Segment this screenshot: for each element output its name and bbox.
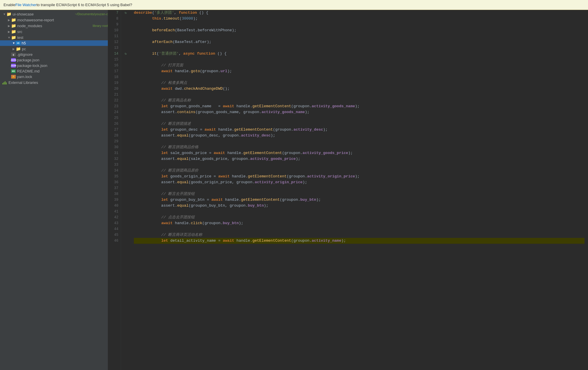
gutter-empty-24 — [121, 109, 130, 115]
folder-open-icon: 📁 — [6, 12, 11, 16]
code-line-10: beforeEach(BaseTest.beforeWithPhone); — [134, 27, 584, 33]
line-num-31: 31 — [109, 150, 118, 156]
tree-arrow-open — [12, 42, 16, 45]
code-line-18 — [134, 74, 584, 80]
gutter-empty-17 — [121, 68, 130, 74]
sidebar-item-gitignore[interactable]: g .gitignore — [0, 52, 108, 57]
code-line-29 — [134, 139, 584, 144]
line-num-11: 11 — [109, 33, 118, 39]
sidebar-item-src[interactable]: 📁 src — [0, 29, 108, 34]
sidebar-item-label: pc — [22, 47, 108, 51]
gutter-empty-9 — [121, 22, 130, 27]
code-line-14: it('普通拼团', async function () { — [134, 51, 584, 57]
gutter-empty-46 — [121, 238, 130, 244]
gutter-empty-21 — [121, 92, 130, 98]
gutter-empty-13 — [121, 45, 130, 51]
main-layout: 📁 ui-showcase ~/Documents/youzan-c 📁 moc… — [0, 10, 588, 370]
gutter-empty-43 — [121, 220, 130, 226]
line-num-21: 21 — [109, 92, 118, 98]
code-line-37 — [134, 185, 584, 191]
gutter-empty-41 — [121, 209, 130, 215]
sidebar-item-h5[interactable]: h5 h5 — [0, 40, 108, 46]
line-num-42: 42 — [109, 215, 118, 220]
line-num-37: 37 — [109, 185, 118, 191]
line-num-44: 44 — [109, 226, 118, 232]
line-num-13: 13 — [109, 45, 118, 51]
code-line-30: // 断言拼团商品价格 — [134, 144, 584, 150]
sidebar-item-pc[interactable]: 📁 pc — [0, 46, 108, 52]
md-icon: MD — [11, 69, 16, 73]
code-line-12: afterEach(BaseTest.after); — [134, 39, 584, 45]
gutter-run-14[interactable]: ↻ — [121, 51, 130, 57]
json-icon: JSON — [11, 58, 16, 62]
sidebar-item-readme[interactable]: MD README.md — [0, 68, 108, 74]
external-libraries-label: External Libraries — [8, 80, 38, 85]
file-watcher-link[interactable]: File Watcher — [15, 3, 36, 7]
gutter-empty-29 — [121, 139, 130, 144]
gutter-empty-35 — [121, 174, 130, 179]
gutter-empty-31 — [121, 150, 130, 156]
line-num-28: 28 — [109, 133, 118, 139]
code-line-34: // 断言拼团商品原价 — [134, 168, 584, 174]
sidebar-item-package-json[interactable]: JSON package.json — [0, 57, 108, 63]
line-num-35: 35 — [109, 174, 118, 179]
folder-icon: 📁 — [11, 29, 16, 34]
code-line-25 — [134, 115, 584, 121]
sidebar-item-label: test — [17, 35, 108, 40]
code-line-45: // 断言商详页活动名称 — [134, 232, 584, 238]
line-num-12: 12 — [109, 39, 118, 45]
gutter-empty-34 — [121, 168, 130, 174]
code-line-28: assert.equal(groupon_desc, groupon.activ… — [134, 133, 584, 139]
sidebar-item-package-lock-json[interactable]: JSON package-lock.json — [0, 63, 108, 68]
gutter-empty-45 — [121, 232, 130, 238]
line-num-23: 23 — [109, 103, 118, 109]
line-num-32: 32 — [109, 156, 118, 162]
line-num-26: 26 — [109, 121, 118, 127]
line-num-15: 15 — [109, 57, 118, 63]
sidebar-item-node-modules[interactable]: 📁 node_modules library root — [0, 23, 108, 29]
code-line-31: let sale_goods_price = await handle.getE… — [134, 150, 584, 156]
line-num-45: 45 — [109, 232, 118, 238]
gutter-empty-32 — [121, 156, 130, 162]
line-num-33: 33 — [109, 162, 118, 168]
gutter-empty-16 — [121, 63, 130, 68]
line-num-36: 36 — [109, 179, 118, 185]
gutter-empty-8 — [121, 16, 130, 22]
gutter-empty-27 — [121, 127, 130, 133]
code-line-16: // 打开页面 — [134, 63, 584, 68]
code-line-9 — [134, 22, 584, 27]
sidebar-item-label: ui-showcase — [13, 12, 73, 16]
code-line-15 — [134, 57, 584, 63]
line-numbers: 7 8 9 10 11 12 13 14 15 16 17 18 19 20 2… — [108, 10, 121, 370]
gutter-area: ↻ ↻ — [121, 10, 130, 370]
gutter-empty-40 — [121, 203, 130, 209]
code-line-11 — [134, 33, 584, 39]
tree-arrow-closed — [7, 24, 11, 27]
line-num-27: 27 — [109, 127, 118, 133]
sidebar-item-test[interactable]: 📁 test — [0, 34, 108, 40]
gutter-empty-44 — [121, 226, 130, 232]
folder-icon: 📁 — [11, 23, 16, 28]
gutter-empty-23 — [121, 103, 130, 109]
code-line-36: assert.equal(goods_origin_price, groupon… — [134, 179, 584, 185]
line-num-41: 41 — [109, 209, 118, 215]
code-line-21 — [134, 92, 584, 98]
line-num-46: 46 — [109, 238, 118, 244]
code-line-44 — [134, 226, 584, 232]
gutter-empty-26 — [121, 121, 130, 127]
line-num-34: 34 — [109, 168, 118, 174]
gutter-empty-37 — [121, 185, 130, 191]
sidebar-item-external-libraries[interactable]: External Libraries — [0, 79, 108, 86]
code-line-22: // 断言商品名称 — [134, 98, 584, 103]
sidebar-item-ui-showcase[interactable]: 📁 ui-showcase ~/Documents/youzan-c — [0, 11, 108, 17]
sidebar-item-label: package-lock.json — [17, 63, 108, 68]
sidebar-item-mochawesome[interactable]: 📁 mochawesome-report — [0, 17, 108, 23]
h5-icon: h5 — [16, 41, 20, 45]
tree-arrow-closed — [12, 47, 16, 51]
tree-arrow-closed — [7, 18, 11, 22]
gutter-run-7[interactable]: ↻ — [121, 10, 130, 16]
line-num-17: 17 — [109, 68, 118, 74]
sidebar-item-yarn-lock[interactable]: 🔒 yarn.lock — [0, 74, 108, 79]
tree-arrow-open — [7, 36, 11, 39]
line-num-24: 24 — [109, 109, 118, 115]
